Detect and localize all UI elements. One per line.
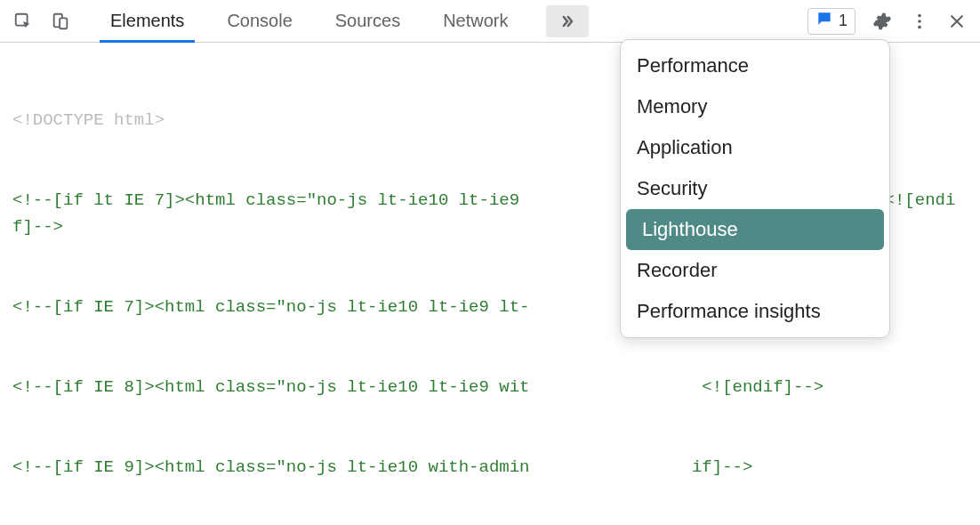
menu-item-performance-insights[interactable]: Performance insights (621, 291, 889, 332)
tab-network[interactable]: Network (422, 0, 529, 42)
menu-item-application[interactable]: Application (621, 127, 889, 168)
dom-line[interactable]: <!--[if IE 8]><html class="no-js lt-ie10… (12, 374, 968, 400)
menu-item-memory[interactable]: Memory (621, 86, 889, 127)
tab-console[interactable]: Console (205, 0, 313, 42)
dom-line[interactable]: <!--[if IE 9]><html class="no-js lt-ie10… (12, 454, 968, 481)
svg-point-5 (918, 25, 921, 28)
settings-button[interactable] (866, 12, 898, 31)
tab-elements[interactable]: Elements (89, 0, 205, 42)
menu-item-lighthouse[interactable]: Lighthouse (626, 209, 884, 250)
issues-count: 1 (839, 12, 847, 30)
menu-item-recorder[interactable]: Recorder (621, 250, 889, 291)
inspect-element-icon[interactable] (7, 5, 39, 37)
message-icon (815, 10, 833, 32)
more-tabs-button[interactable] (546, 5, 589, 37)
menu-item-security[interactable]: Security (621, 168, 889, 209)
menu-item-performance[interactable]: Performance (621, 45, 889, 86)
issues-button[interactable]: 1 (807, 8, 855, 35)
svg-rect-2 (60, 18, 67, 28)
svg-point-4 (918, 20, 921, 23)
devtools-toolbar: Elements Console Sources Network 1 (0, 0, 980, 43)
overflow-tabs-menu: Performance Memory Application Security … (620, 39, 890, 338)
device-toggle-icon[interactable] (44, 5, 76, 37)
svg-point-3 (918, 13, 921, 17)
more-options-button[interactable] (904, 12, 936, 31)
close-devtools-button[interactable] (941, 12, 973, 30)
tab-sources[interactable]: Sources (314, 0, 422, 42)
panel-tabs: Elements Console Sources Network (89, 0, 530, 42)
